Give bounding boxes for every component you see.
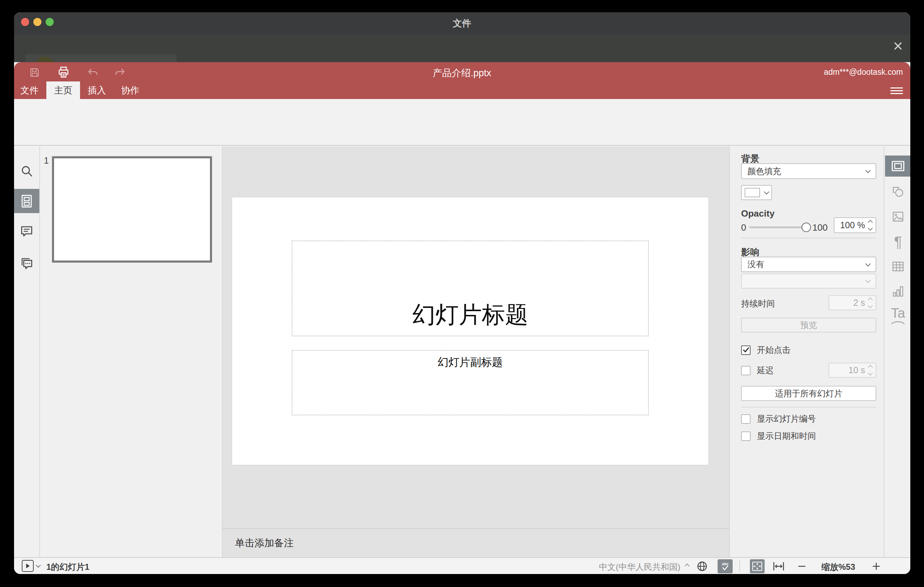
save-icon [29,67,40,78]
close-icon [892,40,904,52]
chevron-down-icon [865,261,871,267]
table-settings-tab[interactable] [885,256,910,277]
chevron-up-icon [685,564,690,569]
delay-row[interactable]: 延迟 [741,365,774,376]
dark-header-area [14,35,910,62]
window-title: 文件 [441,17,483,30]
image-settings-tab[interactable] [885,206,910,227]
delay-checkbox[interactable] [741,366,751,375]
shape-settings-icon [891,185,905,199]
slide-settings-panel: 背景 颜色填充 Opacity 0 100 100 % 影响 没有 持续时间 [729,147,884,557]
slide-editor[interactable]: 幻灯片标题 幻灯片副标题 [232,197,708,465]
hamburger-icon [890,87,903,94]
sidebar-search-button[interactable] [14,160,39,181]
close-button[interactable] [891,39,905,53]
effect-select[interactable]: 没有 [741,257,876,272]
status-bar: 1的幻灯片1 中文(中华人民共和国) abc 缩放%53 [14,557,910,574]
zoom-in-button[interactable] [870,560,883,572]
redo-button[interactable] [114,66,126,79]
save-button[interactable] [28,66,40,78]
shape-settings-tab[interactable] [885,181,910,203]
start-on-click-checkbox[interactable] [741,345,751,355]
play-icon [25,563,31,569]
svg-text:abc: abc [722,562,728,566]
start-on-click-label: 开始点击 [757,345,790,356]
fit-to-width-button[interactable] [771,560,786,572]
fill-type-value: 颜色填充 [747,166,781,177]
slides-icon [20,194,33,208]
undo-button[interactable] [86,66,99,79]
account-email: adm***@dootask.com [762,68,903,77]
slide-thumbnail-1[interactable] [52,156,212,262]
sidebar-slides-button[interactable] [14,189,39,213]
chat-icon [20,257,33,270]
opacity-slider-track[interactable] [749,226,808,228]
language-selector[interactable]: 中文(中华人民共和国) [575,561,680,572]
spin-up-icon[interactable] [868,220,873,225]
notes-area[interactable]: 单击添加备注 [223,528,729,557]
show-date-time-label: 显示日期和时间 [757,430,816,442]
background-fill-select[interactable]: 颜色填充 [741,163,876,179]
left-sidebar [14,147,40,557]
document-title: 产品介绍.pptx [392,67,532,79]
main-menu-button[interactable] [890,86,903,96]
set-language-button[interactable] [695,559,710,573]
chevron-down-icon[interactable] [36,563,41,568]
effect-value: 没有 [747,259,764,270]
duration-spinner[interactable]: 2 s [828,295,876,310]
show-date-time-checkbox[interactable] [741,432,751,441]
tab-file[interactable]: 文件 [15,81,43,99]
spin-down-icon[interactable] [868,303,873,308]
check-icon [742,346,749,353]
opacity-slider-handle[interactable] [802,223,811,232]
sidebar-comments-button[interactable] [14,221,39,242]
tab-collaborate[interactable]: 协作 [116,81,144,99]
redo-icon [114,67,126,78]
maximize-traffic-light[interactable] [46,18,54,26]
apply-to-all-button[interactable]: 适用于所有幻灯片 [741,386,876,401]
zoom-out-button[interactable] [795,560,808,572]
spin-up-icon[interactable] [868,365,873,370]
background-color-picker[interactable] [741,185,772,200]
spin-down-icon[interactable] [868,371,873,376]
minus-icon [798,562,806,571]
right-sidebar: ¶ Ta [884,147,910,557]
effect-type-select-disabled[interactable] [741,274,876,289]
start-slideshow-status-button[interactable] [22,560,34,572]
spin-down-icon[interactable] [868,226,873,231]
minimize-traffic-light[interactable] [33,18,41,26]
show-slide-number-checkbox[interactable] [741,414,751,424]
close-traffic-light[interactable] [21,18,29,26]
slide-counter: 1的幻灯片1 [46,561,89,572]
panel-divider [741,407,876,407]
tab-home[interactable]: 主页 [46,81,80,99]
macos-titlebar: 文件 [14,12,910,35]
spin-up-icon[interactable] [868,297,873,302]
opacity-value: 100 % [840,220,865,230]
fit-slide-icon [752,561,763,572]
chevron-down-icon [764,189,769,195]
chevron-down-icon [865,168,871,173]
text-art-settings-tab[interactable]: Ta [885,304,910,327]
slide-thumbnails-panel: 1 [40,147,223,557]
fit-to-slide-button[interactable] [750,559,765,573]
paragraph-settings-tab[interactable]: ¶ [885,231,910,252]
slide-settings-tab[interactable] [885,155,910,176]
spellcheck-button[interactable]: abc [718,559,733,573]
status-separator [739,561,740,572]
chart-settings-tab[interactable] [885,280,910,302]
sidebar-chat-button[interactable] [14,253,39,274]
start-on-click-row[interactable]: 开始点击 [741,345,790,356]
show-date-time-row[interactable]: 显示日期和时间 [741,430,816,442]
preview-button[interactable]: 预览 [741,318,876,333]
zoom-level[interactable]: 缩放%53 [818,561,859,572]
title-placeholder[interactable]: 幻灯片标题 [292,241,649,336]
subtitle-placeholder[interactable]: 幻灯片副标题 [292,350,649,416]
delay-spinner[interactable]: 10 s [828,363,876,378]
print-button[interactable] [57,66,70,79]
notes-placeholder: 单击添加备注 [235,536,294,550]
opacity-spinner[interactable]: 100 % [834,217,876,233]
app-header: 产品介绍.pptx adm***@dootask.com 文件 主页 插入 协作 [14,62,910,99]
tab-insert[interactable]: 插入 [83,81,111,99]
show-slide-number-row[interactable]: 显示幻灯片编号 [741,413,816,424]
